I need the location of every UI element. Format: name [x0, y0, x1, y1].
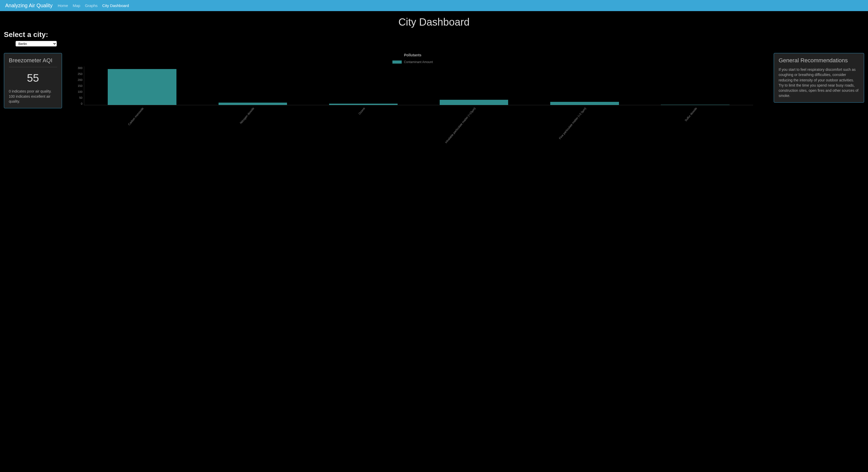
x-axis-labels: Carbon monoxideNitrogen dioxideOzoneInha… — [84, 107, 753, 140]
x-label-slot: Nitrogen dioxide — [197, 107, 308, 140]
x-label: Fine particulate matter (<2.5µm) — [559, 107, 587, 140]
navbar-nav: Home Map Graphs City Dashboard — [58, 3, 129, 8]
x-label: Nitrogen dioxide — [239, 107, 255, 125]
chart-title: Pollutants — [72, 53, 753, 57]
navbar: Analyzing Air Quality Home Map Graphs Ci… — [0, 0, 868, 11]
nav-link-home[interactable]: Home — [58, 3, 68, 8]
city-select-label: Select a city: — [4, 30, 868, 39]
bars-container — [84, 66, 753, 105]
x-label-slot: Ozone — [308, 107, 418, 140]
bar[interactable] — [440, 100, 508, 105]
x-label: Ozone — [358, 107, 366, 115]
bar-slot — [640, 66, 750, 105]
x-label-slot: Fine particulate matter (<2.5µm) — [529, 107, 640, 140]
navbar-brand[interactable]: Analyzing Air Quality — [5, 3, 53, 8]
x-label-slot: Carbon monoxide — [87, 107, 197, 140]
y-tick: 50 — [79, 96, 83, 99]
y-tick: 0 — [81, 102, 83, 105]
aqi-title: Breezometer AQI — [9, 57, 57, 67]
chart-legend: Contaminant Amount — [72, 60, 753, 64]
y-tick: 250 — [78, 72, 83, 76]
page-title: City Dashboard — [0, 16, 868, 28]
legend-swatch — [393, 60, 402, 64]
bar-slot — [419, 66, 529, 105]
bar-slot — [308, 66, 418, 105]
nav-link-map[interactable]: Map — [72, 3, 80, 8]
nav-link-city-dashboard[interactable]: City Dashboard — [102, 3, 129, 8]
x-label: Inhalable particulate matter (<10µm) — [444, 107, 476, 144]
plot-area — [84, 66, 753, 105]
legend-label: Contaminant Amount — [404, 60, 433, 64]
y-tick: 300 — [78, 66, 83, 69]
bar[interactable] — [550, 102, 619, 105]
aqi-value: 55 — [9, 72, 57, 84]
bar[interactable] — [108, 69, 176, 105]
bar-slot — [197, 66, 308, 105]
recommendations-text: If you start to feel respiratory discomf… — [779, 67, 859, 98]
bar[interactable] — [329, 104, 398, 105]
x-label-slot: Sulfur dioxide — [640, 107, 750, 140]
x-label: Sulfur dioxide — [684, 107, 698, 122]
x-label-slot: Inhalable particulate matter (<10µm) — [418, 107, 529, 140]
y-tick: 200 — [78, 78, 83, 82]
y-tick: 150 — [78, 84, 83, 87]
chart-body: 300250200150100500 — [72, 66, 753, 105]
city-select[interactable]: Berlin — [16, 41, 57, 47]
bar-slot — [529, 66, 640, 105]
y-tick: 100 — [78, 90, 83, 93]
x-label: Carbon monoxide — [127, 107, 144, 126]
nav-link-graphs[interactable]: Graphs — [85, 3, 98, 8]
bar[interactable] — [219, 102, 287, 105]
main-row: Breezometer AQI 55 0 indicates poor air … — [0, 47, 868, 144]
recommendations-title: General Recommendations — [779, 57, 859, 64]
y-axis: 300250200150100500 — [72, 66, 84, 105]
aqi-description: 0 indicates poor air quality. 100 indica… — [9, 89, 57, 104]
pollutants-chart: Pollutants Contaminant Amount 3002502001… — [72, 53, 764, 140]
aqi-card: Breezometer AQI 55 0 indicates poor air … — [4, 53, 62, 108]
recommendations-card: General Recommendations If you start to … — [774, 53, 864, 102]
bar-slot — [87, 66, 197, 105]
